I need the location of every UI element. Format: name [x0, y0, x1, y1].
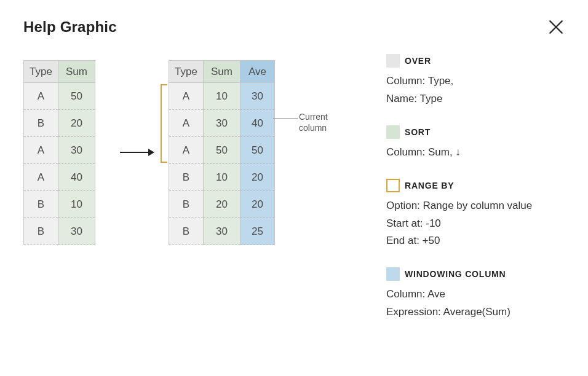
svg-marker-3 — [148, 149, 154, 156]
cell: 10 — [58, 191, 95, 218]
legend-title: RANGE BY — [405, 181, 454, 190]
table-row: A30 — [24, 137, 95, 164]
cell: 40 — [240, 110, 275, 137]
table-row: B3025 — [169, 218, 275, 245]
tables-area: Type Sum A50 B20 A30 A40 B10 B30 Type — [23, 60, 386, 251]
close-button[interactable] — [547, 18, 565, 36]
cell: B — [24, 191, 58, 218]
legend-title: SORT — [405, 127, 431, 137]
cell: 20 — [58, 110, 95, 137]
cell: 30 — [204, 218, 240, 245]
table-row: A3040 — [169, 110, 275, 137]
legend-head: RANGE BY — [386, 179, 565, 192]
swatch-windowing-icon — [386, 267, 400, 281]
legend-line: Column: Sum, ↓ — [386, 144, 565, 162]
legend-head: OVER — [386, 54, 565, 68]
cell: 30 — [58, 218, 95, 245]
cell: A — [24, 137, 58, 164]
current-column-label: Current column — [299, 112, 328, 133]
label-text: Current — [299, 112, 328, 122]
cell: B — [169, 191, 204, 218]
callout-line — [273, 118, 298, 119]
legend-line: Expression: Average(Sum) — [386, 304, 565, 321]
legend-range: RANGE BY Option: Range by column value S… — [386, 179, 565, 251]
table-row: A40 — [24, 164, 95, 191]
legend-over: OVER Column: Type, Name: Type — [386, 54, 565, 108]
cell: B — [24, 110, 58, 137]
legend-sort: SORT Column: Sum, ↓ — [386, 125, 565, 162]
range-bracket-icon — [160, 84, 167, 163]
legend-title: OVER — [405, 56, 431, 66]
cell: 40 — [58, 164, 95, 191]
col-header-sum: Sum — [58, 61, 95, 83]
legend-line: Start at: -10 — [386, 215, 565, 233]
col-header-type: Type — [24, 61, 58, 83]
cell: 50 — [240, 137, 275, 164]
legend-line: Column: Ave — [386, 286, 565, 304]
table-row: B20 — [24, 110, 95, 137]
legend-windowing: WINDOWING COLUMN Column: Ave Expression:… — [386, 267, 565, 321]
cell: A — [169, 137, 204, 164]
cell: 50 — [204, 137, 240, 164]
cell: 10 — [204, 164, 240, 191]
table-row: A1030 — [169, 83, 275, 110]
cell: A — [24, 83, 58, 110]
table-row: B2020 — [169, 191, 275, 218]
legend-line: End at: +50 — [386, 232, 565, 250]
cell: B — [169, 164, 204, 191]
legend-head: WINDOWING COLUMN — [386, 267, 565, 281]
close-icon — [547, 18, 565, 36]
main-content: Type Sum A50 B20 A30 A40 B10 B30 Type — [23, 60, 565, 339]
dialog-header: Help Graphic — [23, 18, 565, 36]
legend: OVER Column: Type, Name: Type SORT Colum… — [386, 54, 565, 339]
cell: 20 — [240, 191, 275, 218]
arrow-icon — [119, 146, 154, 159]
legend-title: WINDOWING COLUMN — [405, 269, 506, 279]
swatch-range-icon — [386, 179, 400, 192]
table-row: B10 — [24, 191, 95, 218]
cell: A — [169, 83, 204, 110]
legend-line: Column: Type, — [386, 72, 565, 90]
cell: 25 — [240, 218, 275, 245]
table-row: A5050 — [169, 137, 275, 164]
col-header-ave: Ave — [240, 61, 275, 83]
legend-head: SORT — [386, 125, 565, 139]
swatch-over-icon — [386, 54, 400, 68]
table-row: B30 — [24, 218, 95, 245]
label-text: column — [299, 123, 327, 133]
legend-line: Name: Type — [386, 90, 565, 108]
source-table: Type Sum A50 B20 A30 A40 B10 B30 — [23, 60, 95, 245]
table-row: A50 — [24, 83, 95, 110]
col-header-sum: Sum — [204, 61, 240, 83]
col-header-type: Type — [169, 61, 204, 83]
table-row: B1020 — [169, 164, 275, 191]
cell: B — [169, 218, 204, 245]
cell: B — [24, 218, 58, 245]
cell: 10 — [204, 83, 240, 110]
legend-line: Option: Range by column value — [386, 197, 565, 215]
cell: 50 — [58, 83, 95, 110]
cell: A — [169, 110, 204, 137]
result-table: Type Sum Ave A1030 A3040 A5050 B1020 B20… — [169, 60, 275, 245]
cell: A — [24, 164, 58, 191]
cell: 30 — [240, 83, 275, 110]
swatch-sort-icon — [386, 125, 400, 139]
cell: 30 — [204, 110, 240, 137]
cell: 30 — [58, 137, 95, 164]
dialog-title: Help Graphic — [23, 18, 117, 36]
cell: 20 — [204, 191, 240, 218]
cell: 20 — [240, 164, 275, 191]
